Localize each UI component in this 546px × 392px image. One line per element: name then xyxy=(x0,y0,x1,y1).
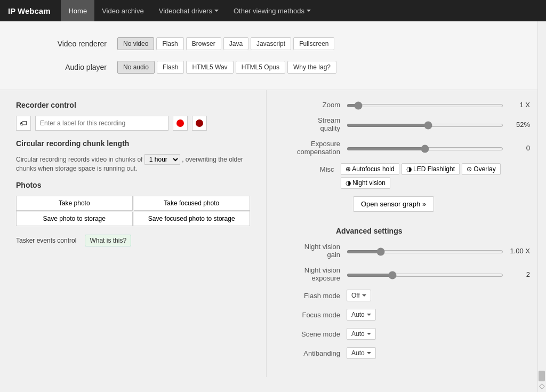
video-btn-group: No video Flash Browser Java Javascript F… xyxy=(117,37,334,50)
photos-grid: Take photo Take focused photo Save photo… xyxy=(16,196,250,226)
btn-flash-audio[interactable]: Flash xyxy=(157,61,184,74)
tasker-label: Tasker events control xyxy=(16,237,81,244)
btn-no-audio[interactable]: No audio xyxy=(117,61,155,74)
exposure-slider[interactable] xyxy=(347,147,503,150)
zoom-label: Zoom xyxy=(283,101,347,109)
night-vision-exposure-value: 2 xyxy=(503,270,530,278)
recording-label-input[interactable] xyxy=(35,116,168,131)
antibanding-caret-icon xyxy=(367,352,371,354)
nav-other-methods[interactable]: Other viewing methods xyxy=(226,0,318,21)
chunk-select[interactable]: 1 hour 30 min 15 min 5 min xyxy=(144,154,180,165)
stream-quality-value: 52% xyxy=(503,121,530,129)
flash-mode-label: Flash mode xyxy=(283,292,347,300)
scene-mode-label: Scene mode xyxy=(283,330,347,338)
btn-html5-wav[interactable]: HTML5 Wav xyxy=(186,61,233,74)
take-photo-button[interactable]: Take photo xyxy=(17,196,133,211)
zoom-slider-wrap xyxy=(347,101,503,109)
stream-quality-row: Streamquality 52% xyxy=(283,116,530,132)
nav-video-archive[interactable]: Video archive xyxy=(94,0,151,21)
renderer-section: Video renderer No video Flash Browser Ja… xyxy=(0,21,546,90)
zoom-value: 1 X xyxy=(503,101,530,109)
recorder-title: Recorder control xyxy=(16,101,250,109)
scrollbar[interactable]: ◇ xyxy=(537,21,546,377)
scene-mode-dropdown[interactable]: Auto xyxy=(347,328,376,340)
chunk-description: Circular recording records video in chun… xyxy=(16,154,250,172)
nav-videochat-drivers[interactable]: Videochat drivers xyxy=(151,0,226,21)
btn-browser[interactable]: Browser xyxy=(186,37,221,50)
brand-logo: IP Webcam xyxy=(8,6,50,15)
nv-gain-slider-wrap xyxy=(347,247,503,255)
navbar: IP Webcam Home Video archive Videochat d… xyxy=(0,0,546,21)
stream-quality-label: Streamquality xyxy=(283,116,347,132)
tasker-row: Tasker events control What is this? xyxy=(16,235,250,246)
advanced-settings-header[interactable]: Advanced settings xyxy=(336,227,530,235)
autofocus-hold-button[interactable]: ⊕ Autofocus hold xyxy=(341,163,399,175)
take-focused-photo-button[interactable]: Take focused photo xyxy=(134,196,250,211)
scroll-thumb[interactable] xyxy=(539,371,545,377)
nv-exposure-slider-wrap xyxy=(347,270,503,278)
night-vision-exposure-slider[interactable] xyxy=(347,274,503,277)
antibanding-dropdown[interactable]: Auto xyxy=(347,347,376,359)
record-dot-dark xyxy=(196,119,203,127)
btn-flash-video[interactable]: Flash xyxy=(156,37,183,50)
focus-mode-dropdown[interactable]: Auto xyxy=(347,309,376,321)
night-vision-exposure-label: Night visionexposure xyxy=(283,266,347,282)
main-two-col: Recorder control 🏷 Circular recording ch… xyxy=(0,90,546,377)
left-col: Recorder control 🏷 Circular recording ch… xyxy=(0,90,267,377)
btn-no-video[interactable]: No video xyxy=(117,37,154,50)
btn-java[interactable]: Java xyxy=(223,37,248,50)
night-vision-gain-label: Night visiongain xyxy=(283,243,347,259)
audio-btn-group: No audio Flash HTML5 Wav HTML5 Opus Why … xyxy=(117,61,336,74)
night-vision-gain-slider[interactable] xyxy=(347,250,503,253)
btn-javascript[interactable]: Javascript xyxy=(251,37,291,50)
video-renderer-label: Video renderer xyxy=(32,39,107,48)
overlay-button[interactable]: ⊙ Overlay xyxy=(462,163,501,175)
flash-mode-caret-icon xyxy=(362,294,366,297)
antibanding-row: Antibanding Auto xyxy=(283,347,530,359)
misc-label: Misc xyxy=(283,163,341,173)
video-renderer-row: Video renderer No video Flash Browser Ja… xyxy=(32,37,514,50)
chevron-down-icon xyxy=(214,10,219,12)
btn-fullscreen[interactable]: Fullscreen xyxy=(293,37,334,50)
sensor-graph-button[interactable]: Open sensor graph » xyxy=(353,196,434,212)
tag-icon: 🏷 xyxy=(16,116,31,131)
sensor-btn-container: Open sensor graph » xyxy=(283,196,530,219)
flash-mode-dropdown[interactable]: Off xyxy=(347,290,371,301)
focus-mode-label: Focus mode xyxy=(283,311,347,319)
misc-row: Misc ⊕ Autofocus hold ◑ LED Flashlight ⊙… xyxy=(283,163,530,189)
record-dot-red xyxy=(176,119,184,127)
focus-mode-caret-icon xyxy=(367,314,371,316)
stream-quality-slider[interactable] xyxy=(347,124,503,127)
night-vision-gain-row: Night visiongain 1.00 X xyxy=(283,243,530,259)
save-focused-photo-button[interactable]: Save focused photo to storage xyxy=(134,212,250,226)
exposure-slider-wrap xyxy=(347,144,503,152)
photos-title: Photos xyxy=(16,181,250,189)
night-vision-gain-value: 1.00 X xyxy=(503,247,530,255)
exposure-value: 0 xyxy=(503,144,530,152)
zoom-row: Zoom 1 X xyxy=(283,101,530,109)
night-vision-button[interactable]: ◑ Night vision xyxy=(341,177,390,189)
btn-why-lag[interactable]: Why the lag? xyxy=(287,61,336,74)
save-photo-button[interactable]: Save photo to storage xyxy=(17,212,133,226)
exposure-row: Exposurecompensation 0 xyxy=(283,140,530,156)
right-col: Zoom 1 X Streamquality 52% Exposurecompe… xyxy=(267,90,546,377)
stream-quality-slider-wrap xyxy=(347,121,503,129)
misc-buttons: ⊕ Autofocus hold ◑ LED Flashlight ⊙ Over… xyxy=(341,163,530,189)
chevron-down-icon xyxy=(307,10,311,12)
led-flashlight-button[interactable]: ◑ LED Flashlight xyxy=(402,163,460,175)
night-vision-exposure-row: Night visionexposure 2 xyxy=(283,266,530,282)
nav-home[interactable]: Home xyxy=(61,0,94,21)
recording-row: 🏷 xyxy=(16,116,250,131)
scene-mode-row: Scene mode Auto xyxy=(283,328,530,340)
record-stop-button[interactable] xyxy=(192,116,207,131)
record-start-button[interactable] xyxy=(173,116,188,131)
scene-mode-caret-icon xyxy=(367,333,371,335)
zoom-slider[interactable] xyxy=(347,104,503,107)
btn-html5-opus[interactable]: HTML5 Opus xyxy=(236,61,285,74)
audio-player-row: Audio player No audio Flash HTML5 Wav HT… xyxy=(32,61,514,74)
antibanding-label: Antibanding xyxy=(283,349,347,357)
what-is-this-button[interactable]: What is this? xyxy=(85,235,131,246)
audio-player-label: Audio player xyxy=(32,63,107,71)
focus-mode-row: Focus mode Auto xyxy=(283,309,530,321)
exposure-label: Exposurecompensation xyxy=(283,140,347,156)
